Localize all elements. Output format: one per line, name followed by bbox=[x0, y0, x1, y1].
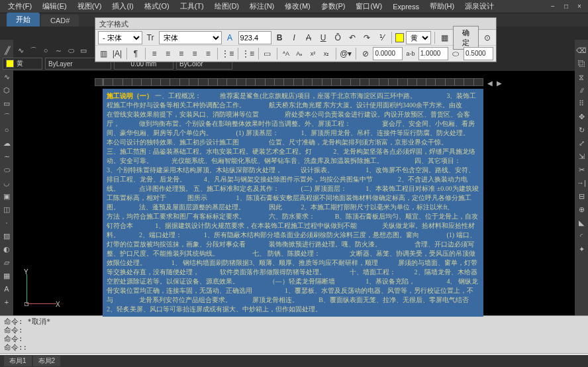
command-window[interactable]: 命令: *取消* 命令: 命令: 命令:: >_ MTEDIT _mtedit bbox=[0, 315, 588, 355]
redo-button[interactable]: ↷ bbox=[361, 31, 373, 44]
ellipse-arc-icon[interactable]: ◡ bbox=[1, 178, 12, 188]
overline-button[interactable]: Ō bbox=[332, 31, 344, 44]
menu-help[interactable]: 帮助(H) bbox=[424, 0, 460, 13]
extend-icon[interactable]: →| bbox=[576, 178, 587, 188]
menu-insert[interactable]: 插入(I) bbox=[107, 0, 138, 13]
uppercase-icon[interactable]: ᴬA bbox=[280, 47, 291, 60]
bold-button[interactable]: B bbox=[273, 31, 286, 44]
rect-icon[interactable]: ▭ bbox=[78, 45, 89, 56]
options-icon[interactable]: ⊙ bbox=[481, 31, 493, 44]
ruler-left-arrow-icon[interactable]: ◀ bbox=[485, 79, 495, 86]
menu-file[interactable]: 文件(F) bbox=[3, 0, 37, 13]
menu-edit[interactable]: 编辑(E) bbox=[37, 0, 72, 13]
arc-tool-icon[interactable]: ⌒ bbox=[1, 111, 12, 122]
make-block-icon[interactable]: ◫ bbox=[1, 204, 12, 215]
align-right-icon[interactable]: ≡ bbox=[175, 47, 187, 60]
color-property[interactable]: 黄 bbox=[3, 58, 42, 70]
trim-icon[interactable]: ✂ bbox=[576, 164, 587, 175]
confirm-button[interactable]: 确定 bbox=[453, 26, 479, 50]
align-left-icon[interactable]: ≡ bbox=[148, 47, 160, 60]
text-style-select[interactable]: - 宋体 bbox=[98, 31, 142, 44]
join-icon[interactable]: ⊕ bbox=[576, 204, 587, 215]
circle-tool-icon[interactable]: ○ bbox=[1, 125, 12, 135]
arc-icon[interactable]: ⌒ bbox=[28, 45, 38, 56]
menu-dimension[interactable]: 标注(N) bbox=[244, 0, 279, 13]
hatch-icon[interactable]: ▨ bbox=[1, 231, 12, 241]
align-distribute-icon[interactable]: ≡ bbox=[203, 47, 214, 60]
align-justify-icon[interactable]: ≡ bbox=[189, 47, 200, 60]
width-value[interactable]: 0.5000 bbox=[464, 47, 493, 60]
region-icon[interactable]: ▱ bbox=[1, 257, 12, 268]
revision-cloud-icon[interactable]: ☁ bbox=[1, 138, 12, 148]
text-title[interactable]: 施工说明（一） bbox=[107, 92, 153, 99]
menu-draw[interactable]: 绘图(D) bbox=[209, 0, 244, 13]
scale-icon[interactable]: ⤢ bbox=[576, 138, 587, 148]
ellipse-tool-icon[interactable]: ⬭ bbox=[1, 164, 12, 175]
table-icon[interactable]: ▦ bbox=[1, 270, 12, 281]
mtext-tool-icon[interactable]: A bbox=[1, 284, 12, 294]
numbering-icon[interactable]: ⋮≡ bbox=[242, 47, 255, 60]
strike-button[interactable]: A bbox=[303, 31, 315, 44]
array-icon[interactable]: ⠿ bbox=[576, 98, 587, 109]
menu-parametric[interactable]: 参数(P) bbox=[316, 0, 351, 13]
italic-button[interactable]: I bbox=[288, 31, 301, 44]
underline-button[interactable]: U bbox=[317, 31, 330, 44]
ellipse-icon[interactable]: ⬭ bbox=[66, 45, 76, 56]
align-center-icon[interactable]: ≡ bbox=[162, 47, 173, 60]
offset-icon[interactable]: ⫽ bbox=[576, 85, 587, 95]
font-family-select[interactable]: 宋体 bbox=[159, 31, 222, 44]
close-icon[interactable]: × bbox=[573, 2, 585, 11]
minimize-icon[interactable]: − bbox=[547, 2, 559, 11]
color-select[interactable]: 黄 bbox=[406, 31, 431, 44]
layout-tab-1[interactable]: 布局1 bbox=[4, 356, 32, 366]
polyline-tool-icon[interactable]: ∿ bbox=[1, 72, 12, 82]
layout-tab-2[interactable]: 布局2 bbox=[33, 356, 61, 366]
menu-yuanquan[interactable]: 源泉设计 bbox=[460, 0, 499, 13]
mtext-editor[interactable]: 施工说明（一） 一、工程概况： 推荐案是鲨鱼(北京旗舰店)项目，座落于北京市海淀… bbox=[103, 89, 483, 317]
font-size-input[interactable] bbox=[238, 31, 271, 44]
superscript-icon[interactable]: x² bbox=[307, 47, 318, 60]
undo-button[interactable]: ↶ bbox=[346, 31, 359, 44]
menu-view[interactable]: 视图(V) bbox=[72, 0, 107, 13]
copy-icon[interactable]: ⿻ bbox=[576, 58, 587, 69]
rectangle-icon[interactable]: ▭ bbox=[1, 98, 12, 109]
line-icon[interactable]: ╱ bbox=[3, 45, 13, 56]
annotative-icon[interactable]: A bbox=[224, 31, 236, 44]
lowercase-icon[interactable]: Aₐ bbox=[294, 47, 305, 60]
text-body[interactable]: 一、工程概况： 推荐案是鲨鱼(北京旗舰店)项目，座落于北京市海淀区四三环中路。 … bbox=[107, 92, 495, 313]
erase-icon[interactable]: ⌫ bbox=[576, 45, 587, 56]
maximize-icon[interactable]: □ bbox=[560, 2, 572, 11]
menu-modify[interactable]: 修改(M) bbox=[279, 0, 316, 13]
circle-icon[interactable]: ○ bbox=[40, 45, 51, 56]
polyline-icon[interactable]: ∿ bbox=[15, 45, 26, 56]
break-icon[interactable]: ⊟ bbox=[576, 191, 587, 201]
menu-window[interactable]: 窗口(W) bbox=[350, 0, 387, 13]
menu-express[interactable]: Express bbox=[387, 1, 424, 12]
tab-doc[interactable]: CAD# bbox=[41, 15, 79, 26]
tab-start[interactable]: 开始 bbox=[7, 13, 40, 26]
fillet-icon[interactable]: ◜ bbox=[576, 231, 587, 241]
spline-tool-icon[interactable]: ∼ bbox=[1, 151, 12, 162]
spline-icon[interactable]: ～ bbox=[53, 45, 64, 56]
gradient-icon[interactable]: ◐ bbox=[1, 244, 12, 254]
mirror-icon[interactable]: ⧖ bbox=[576, 72, 587, 82]
subscript-icon[interactable]: x₂ bbox=[320, 47, 332, 60]
chamfer-icon[interactable]: ◣ bbox=[576, 217, 587, 228]
explode-icon[interactable]: ✦ bbox=[576, 244, 587, 254]
ruler-right-arrow-icon[interactable]: ▶ bbox=[495, 79, 504, 86]
field-icon[interactable]: ▭ bbox=[262, 47, 273, 60]
oblique-value[interactable]: 0.0000 bbox=[373, 47, 403, 60]
ruler-icon[interactable]: ▦ bbox=[438, 31, 451, 44]
oblique-icon[interactable]: ⊘ bbox=[360, 47, 371, 60]
horizontal-ruler[interactable] bbox=[103, 78, 483, 86]
symbol-icon[interactable]: @▾ bbox=[339, 47, 352, 60]
stack-button[interactable]: ⅟ bbox=[375, 31, 388, 44]
linespace-icon[interactable]: ⋮≡ bbox=[221, 47, 234, 60]
text-color-swatch[interactable] bbox=[395, 33, 404, 42]
rotate-icon[interactable]: ↻ bbox=[576, 125, 587, 135]
addselect-icon[interactable]: + bbox=[1, 297, 12, 307]
mtext-icon[interactable]: |A| bbox=[111, 47, 122, 60]
polygon-icon[interactable]: ⬡ bbox=[1, 85, 12, 95]
tracking-value[interactable]: 1.0000 bbox=[418, 47, 448, 60]
paragraph-icon[interactable]: ¶ bbox=[130, 47, 141, 60]
